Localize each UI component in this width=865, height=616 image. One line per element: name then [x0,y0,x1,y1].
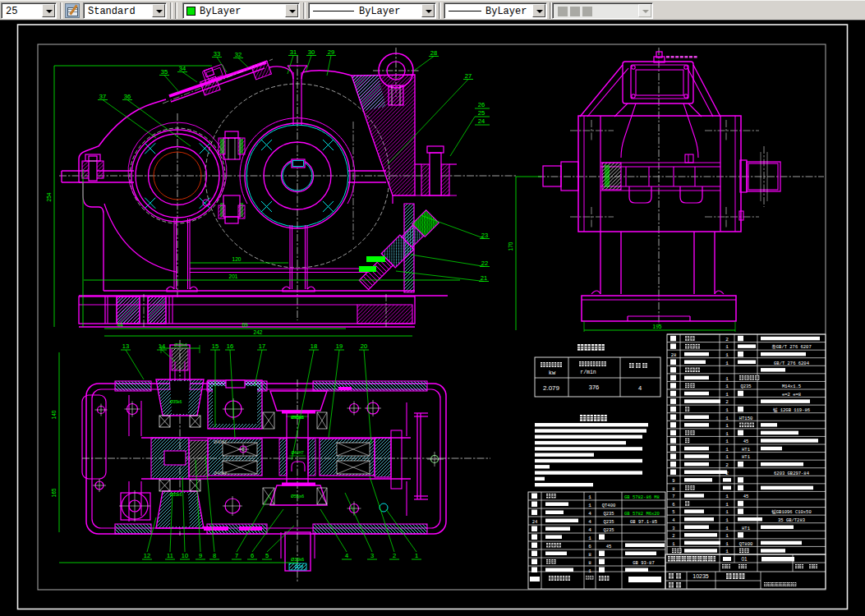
svg-text:2: 2 [725,462,729,468]
svg-text:7: 7 [672,494,674,499]
svg-text:Q235: Q235 [603,511,614,517]
svg-text:Ø55js6: Ø55js6 [291,494,304,499]
svg-text:12: 12 [144,552,150,559]
svg-text:GB 5782-86 M8: GB 5782-86 M8 [624,494,660,500]
svg-text:HT1: HT1 [742,454,751,460]
svg-text:36: 36 [124,93,131,100]
svg-text:2: 2 [725,399,729,405]
svg-text:Ø30k6: Ø30k6 [291,557,304,562]
svg-text:GB/T 276 6204: GB/T 276 6204 [774,361,810,366]
svg-text:Ø35k6: Ø35k6 [170,492,182,497]
svg-text:10235: 10235 [692,573,709,579]
svg-text:10: 10 [182,552,188,559]
svg-text:1: 1 [725,526,729,531]
svg-text:1: 1 [588,503,591,508]
svg-text:3: 3 [370,552,374,559]
svg-text:r/min: r/min [580,370,596,375]
svg-text:30: 30 [308,48,315,56]
svg-text:24: 24 [478,117,485,125]
svg-text:9: 9 [199,552,202,559]
svg-text:140: 140 [51,410,57,419]
svg-text:e=2 e=8: e=2 e=8 [782,392,801,398]
svg-text:8: 8 [672,486,674,492]
svg-text:Ø40H7: Ø40H7 [214,439,227,444]
svg-text:16: 16 [227,342,233,350]
svg-text:4: 4 [588,511,591,517]
svg-text:29: 29 [328,48,334,56]
svg-text:6203 GB297-84: 6203 GB297-84 [774,471,810,476]
svg-text:1: 1 [725,384,729,389]
svg-text:19: 19 [336,342,343,350]
svg-text:5: 5 [265,552,269,559]
svg-text:242: 242 [254,329,263,335]
svg-text:28: 28 [430,49,437,57]
svg-text:32: 32 [235,51,242,58]
svg-text:1: 1 [725,517,729,523]
svg-text:17: 17 [259,342,265,350]
svg-text:8: 8 [213,552,216,559]
svg-text:4: 4 [588,527,591,533]
svg-text:6: 6 [251,552,254,559]
svg-text:Ø40H7: Ø40H7 [214,471,227,476]
svg-text:33: 33 [214,50,220,57]
svg-text:2: 2 [672,533,674,539]
svg-text:1: 1 [725,549,729,554]
svg-text:1: 1 [725,344,729,350]
svg-text:M14x1.5: M14x1.5 [782,384,801,389]
svg-text:3: 3 [672,526,674,531]
svg-text:8: 8 [588,552,591,558]
svg-text:7: 7 [235,552,238,559]
svg-text:37: 37 [99,93,106,100]
svg-text:1: 1 [588,536,591,541]
svg-text:01: 01 [741,556,748,562]
svg-text:1: 1 [725,502,729,508]
svg-text:kw: kw [549,370,556,376]
svg-text:Ø35k6: Ø35k6 [170,399,182,404]
svg-text:44: 44 [117,322,123,328]
svg-text:Q235: Q235 [603,527,614,533]
svg-text:HT1: HT1 [742,526,751,531]
svg-text:1: 1 [725,533,729,539]
svg-text:4: 4 [345,552,348,559]
svg-text:18: 18 [311,342,317,350]
svg-text:1: 1 [725,423,729,429]
svg-text:8: 8 [588,560,591,566]
svg-text:GB 93-87: GB 93-87 [633,560,654,566]
svg-text:卷GB/T 276 6207: 卷GB/T 276 6207 [771,344,811,350]
svg-text:Q235: Q235 [603,519,614,525]
svg-text:QT800: QT800 [739,541,753,547]
svg-text:锯GB1096 C10x50: 锯GB1096 C10x50 [771,509,811,515]
svg-text:254: 254 [46,192,52,201]
svg-text:1: 1 [725,494,729,499]
svg-text:1: 1 [725,541,729,547]
svg-text:165: 165 [51,488,57,497]
svg-text:6: 6 [588,544,591,549]
svg-text:1: 1 [725,376,729,382]
svg-text:HT1: HT1 [742,447,751,453]
svg-text:24: 24 [532,519,538,525]
svg-text:1: 1 [725,509,729,515]
svg-text:14: 14 [159,342,165,350]
svg-text:31: 31 [290,48,297,56]
svg-text:锯 12GB 119-86: 锯 12GB 119-86 [773,407,810,413]
svg-text:45: 45 [743,494,749,499]
svg-text:2: 2 [393,552,396,559]
svg-text:1: 1 [725,361,729,366]
svg-text:1: 1 [725,392,729,398]
svg-text:6: 6 [672,502,674,508]
svg-text:9: 9 [672,478,674,484]
svg-text:35: 35 [161,68,168,76]
svg-text:GB 97.1-85: GB 97.1-85 [630,519,657,525]
svg-text:QT400: QT400 [602,503,616,508]
svg-text:170: 170 [508,241,513,251]
svg-text:1: 1 [725,416,729,421]
svg-text:22: 22 [481,260,488,267]
svg-text:1: 1 [725,439,729,444]
svg-text:28: 28 [671,352,677,358]
svg-text:1: 1 [415,552,418,559]
svg-text:1: 1 [588,568,591,574]
svg-text:26: 26 [478,101,485,108]
svg-text:Q235: Q235 [740,384,751,389]
svg-text:Ø28: Ø28 [295,564,303,569]
svg-text:1: 1 [725,407,729,413]
